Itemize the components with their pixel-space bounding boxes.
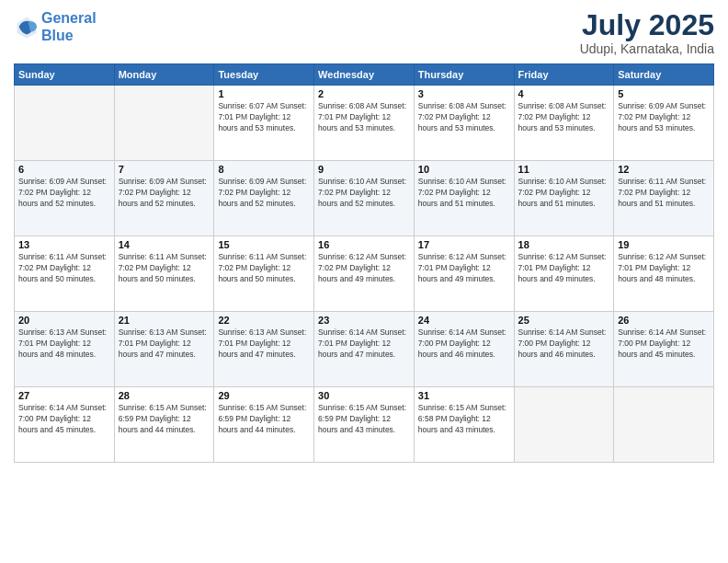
day-number: 17 bbox=[418, 239, 510, 250]
day-number: 2 bbox=[318, 88, 410, 99]
day-info: Sunrise: 6:12 AM Sunset: 7:01 PM Dayligh… bbox=[518, 252, 610, 285]
day-info: Sunrise: 6:10 AM Sunset: 7:02 PM Dayligh… bbox=[418, 177, 510, 210]
day-info: Sunrise: 6:11 AM Sunset: 7:02 PM Dayligh… bbox=[119, 252, 210, 285]
day-cell: 14Sunrise: 6:11 AM Sunset: 7:02 PM Dayli… bbox=[114, 236, 214, 312]
week-row-3: 20Sunrise: 6:13 AM Sunset: 7:01 PM Dayli… bbox=[15, 312, 714, 387]
col-wednesday: Wednesday bbox=[314, 64, 415, 86]
day-cell: 19Sunrise: 6:12 AM Sunset: 7:01 PM Dayli… bbox=[614, 236, 714, 312]
day-number: 5 bbox=[618, 88, 710, 99]
day-info: Sunrise: 6:10 AM Sunset: 7:02 PM Dayligh… bbox=[318, 177, 410, 210]
col-tuesday: Tuesday bbox=[214, 64, 314, 86]
day-cell: 6Sunrise: 6:09 AM Sunset: 7:02 PM Daylig… bbox=[15, 161, 115, 236]
day-cell: 25Sunrise: 6:14 AM Sunset: 7:00 PM Dayli… bbox=[514, 312, 614, 387]
day-number: 1 bbox=[218, 88, 310, 99]
day-info: Sunrise: 6:14 AM Sunset: 7:00 PM Dayligh… bbox=[18, 403, 110, 436]
day-info: Sunrise: 6:09 AM Sunset: 7:02 PM Dayligh… bbox=[18, 177, 110, 210]
day-info: Sunrise: 6:11 AM Sunset: 7:02 PM Dayligh… bbox=[618, 177, 710, 210]
day-cell: 18Sunrise: 6:12 AM Sunset: 7:01 PM Dayli… bbox=[514, 236, 614, 312]
day-number: 31 bbox=[418, 390, 510, 401]
day-cell: 4Sunrise: 6:08 AM Sunset: 7:02 PM Daylig… bbox=[514, 86, 614, 161]
day-number: 19 bbox=[618, 239, 710, 250]
day-info: Sunrise: 6:07 AM Sunset: 7:01 PM Dayligh… bbox=[218, 101, 310, 134]
day-number: 25 bbox=[518, 315, 610, 326]
day-cell: 23Sunrise: 6:14 AM Sunset: 7:01 PM Dayli… bbox=[314, 312, 415, 387]
month-title: July 2025 bbox=[580, 9, 714, 41]
week-row-0: 1Sunrise: 6:07 AM Sunset: 7:01 PM Daylig… bbox=[15, 86, 714, 161]
day-cell: 26Sunrise: 6:14 AM Sunset: 7:00 PM Dayli… bbox=[614, 312, 714, 387]
day-cell: 27Sunrise: 6:14 AM Sunset: 7:00 PM Dayli… bbox=[15, 387, 115, 463]
day-cell: 2Sunrise: 6:08 AM Sunset: 7:01 PM Daylig… bbox=[314, 86, 415, 161]
day-cell: 29Sunrise: 6:15 AM Sunset: 6:59 PM Dayli… bbox=[214, 387, 314, 463]
day-number: 26 bbox=[618, 315, 710, 326]
calendar-header: Sunday Monday Tuesday Wednesday Thursday… bbox=[15, 64, 714, 86]
day-info: Sunrise: 6:15 AM Sunset: 6:59 PM Dayligh… bbox=[318, 403, 410, 436]
col-monday: Monday bbox=[114, 64, 214, 86]
day-number: 4 bbox=[518, 88, 610, 99]
day-cell: 3Sunrise: 6:08 AM Sunset: 7:02 PM Daylig… bbox=[414, 86, 514, 161]
day-number: 13 bbox=[18, 239, 110, 250]
day-number: 16 bbox=[318, 239, 410, 250]
col-friday: Friday bbox=[514, 64, 614, 86]
day-info: Sunrise: 6:08 AM Sunset: 7:02 PM Dayligh… bbox=[518, 101, 610, 134]
day-cell: 8Sunrise: 6:09 AM Sunset: 7:02 PM Daylig… bbox=[214, 161, 314, 236]
day-number: 27 bbox=[18, 390, 110, 401]
day-cell: 10Sunrise: 6:10 AM Sunset: 7:02 PM Dayli… bbox=[414, 161, 514, 236]
day-info: Sunrise: 6:13 AM Sunset: 7:01 PM Dayligh… bbox=[218, 327, 310, 361]
day-number: 29 bbox=[218, 390, 310, 401]
day-number: 3 bbox=[418, 88, 510, 99]
day-number: 21 bbox=[119, 315, 210, 326]
day-cell: 5Sunrise: 6:09 AM Sunset: 7:02 PM Daylig… bbox=[614, 86, 714, 161]
day-number: 14 bbox=[119, 239, 210, 250]
day-number: 28 bbox=[119, 390, 210, 401]
col-thursday: Thursday bbox=[414, 64, 514, 86]
week-row-2: 13Sunrise: 6:11 AM Sunset: 7:02 PM Dayli… bbox=[15, 236, 714, 312]
day-cell bbox=[614, 387, 714, 463]
day-info: Sunrise: 6:14 AM Sunset: 7:00 PM Dayligh… bbox=[518, 327, 610, 361]
day-number: 6 bbox=[18, 164, 110, 175]
day-info: Sunrise: 6:14 AM Sunset: 7:00 PM Dayligh… bbox=[418, 327, 510, 361]
day-cell bbox=[114, 86, 214, 161]
day-info: Sunrise: 6:12 AM Sunset: 7:02 PM Dayligh… bbox=[318, 252, 410, 285]
day-number: 9 bbox=[318, 164, 410, 175]
day-number: 7 bbox=[119, 164, 210, 175]
day-info: Sunrise: 6:12 AM Sunset: 7:01 PM Dayligh… bbox=[618, 252, 710, 285]
day-info: Sunrise: 6:14 AM Sunset: 7:00 PM Dayligh… bbox=[618, 327, 710, 361]
day-cell: 11Sunrise: 6:10 AM Sunset: 7:02 PM Dayli… bbox=[514, 161, 614, 236]
day-number: 20 bbox=[18, 315, 110, 326]
header: General Blue July 2025 Udupi, Karnataka,… bbox=[14, 9, 714, 56]
calendar-page: General Blue July 2025 Udupi, Karnataka,… bbox=[0, 0, 728, 563]
day-cell: 21Sunrise: 6:13 AM Sunset: 7:01 PM Dayli… bbox=[114, 312, 214, 387]
day-cell: 12Sunrise: 6:11 AM Sunset: 7:02 PM Dayli… bbox=[614, 161, 714, 236]
day-info: Sunrise: 6:15 AM Sunset: 6:58 PM Dayligh… bbox=[418, 403, 510, 436]
day-cell: 20Sunrise: 6:13 AM Sunset: 7:01 PM Dayli… bbox=[15, 312, 115, 387]
day-cell: 9Sunrise: 6:10 AM Sunset: 7:02 PM Daylig… bbox=[314, 161, 415, 236]
day-info: Sunrise: 6:15 AM Sunset: 6:59 PM Dayligh… bbox=[218, 403, 310, 436]
day-number: 23 bbox=[318, 315, 410, 326]
day-number: 8 bbox=[218, 164, 310, 175]
day-cell: 28Sunrise: 6:15 AM Sunset: 6:59 PM Dayli… bbox=[114, 387, 214, 463]
day-info: Sunrise: 6:08 AM Sunset: 7:02 PM Dayligh… bbox=[418, 101, 510, 134]
logo: General Blue bbox=[14, 9, 97, 44]
day-info: Sunrise: 6:11 AM Sunset: 7:02 PM Dayligh… bbox=[18, 252, 110, 285]
day-info: Sunrise: 6:10 AM Sunset: 7:02 PM Dayligh… bbox=[518, 177, 610, 210]
week-row-1: 6Sunrise: 6:09 AM Sunset: 7:02 PM Daylig… bbox=[15, 161, 714, 236]
day-cell: 15Sunrise: 6:11 AM Sunset: 7:02 PM Dayli… bbox=[214, 236, 314, 312]
header-row: Sunday Monday Tuesday Wednesday Thursday… bbox=[15, 64, 714, 86]
day-info: Sunrise: 6:14 AM Sunset: 7:01 PM Dayligh… bbox=[318, 327, 410, 361]
day-cell bbox=[514, 387, 614, 463]
day-number: 24 bbox=[418, 315, 510, 326]
day-info: Sunrise: 6:09 AM Sunset: 7:02 PM Dayligh… bbox=[618, 101, 710, 134]
day-info: Sunrise: 6:12 AM Sunset: 7:01 PM Dayligh… bbox=[418, 252, 510, 285]
day-number: 30 bbox=[318, 390, 410, 401]
day-info: Sunrise: 6:13 AM Sunset: 7:01 PM Dayligh… bbox=[18, 327, 110, 361]
day-cell: 7Sunrise: 6:09 AM Sunset: 7:02 PM Daylig… bbox=[114, 161, 214, 236]
col-sunday: Sunday bbox=[15, 64, 115, 86]
day-info: Sunrise: 6:08 AM Sunset: 7:01 PM Dayligh… bbox=[318, 101, 410, 134]
day-cell: 22Sunrise: 6:13 AM Sunset: 7:01 PM Dayli… bbox=[214, 312, 314, 387]
col-saturday: Saturday bbox=[614, 64, 714, 86]
day-number: 15 bbox=[218, 239, 310, 250]
day-cell: 17Sunrise: 6:12 AM Sunset: 7:01 PM Dayli… bbox=[414, 236, 514, 312]
day-number: 12 bbox=[618, 164, 710, 175]
day-cell: 31Sunrise: 6:15 AM Sunset: 6:58 PM Dayli… bbox=[414, 387, 514, 463]
day-info: Sunrise: 6:15 AM Sunset: 6:59 PM Dayligh… bbox=[119, 403, 210, 436]
